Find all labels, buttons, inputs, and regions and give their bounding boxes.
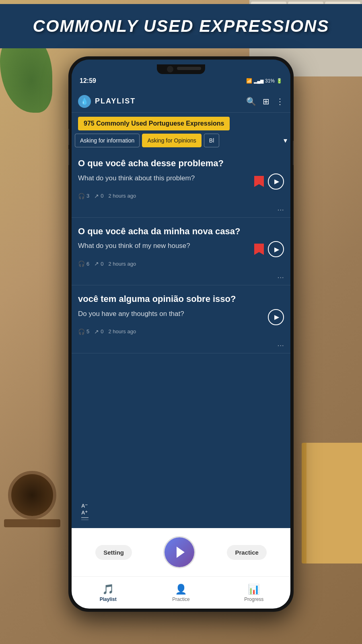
notebook-decoration (302, 443, 362, 564)
coffee-decoration (0, 471, 64, 543)
share-icon: ↗ (94, 193, 99, 199)
card-item: O que você acha desse problema? What do … (72, 151, 290, 218)
font-divider (81, 517, 88, 518)
progress-nav-label: Progress (244, 597, 263, 602)
bookmark-icon[interactable] (254, 244, 264, 255)
play-button[interactable]: ▶ (268, 309, 284, 325)
volume-button-2 (68, 149, 69, 165)
app-logo: 💧 (78, 95, 91, 108)
practice-button[interactable]: Practice (227, 545, 266, 560)
card-timestamp: 2 hours ago (108, 261, 136, 267)
phone-camera (167, 66, 173, 72)
center-play-button[interactable] (163, 536, 195, 568)
tabs-dropdown[interactable]: ▾ (284, 136, 287, 145)
phone-screen: 12:59 📶 ▂▄▆ 31% 🔋 💧 PLAYLIST 🔍 ⊞ ⋮ (72, 60, 290, 609)
play-icon: ▶ (274, 313, 279, 321)
tab-asking-opinions[interactable]: Asking for Opinions (142, 134, 201, 147)
font-divider-2 (81, 520, 88, 520)
card-meta: 🎧 3 ↗ 0 2 hours ago (78, 193, 284, 203)
category-tabs: Asking for information Asking for Opinio… (72, 134, 290, 151)
header-banner-text: COMMONLY USED EXPRESSIONS (33, 17, 329, 36)
play-triangle-icon (177, 547, 185, 558)
playlist-tag-area: 975 Commonly Used Portuguese Expressions (72, 113, 290, 134)
card-portuguese-text: O que você acha da minha nova casa? (78, 226, 284, 237)
wifi-icon: 📶 (246, 78, 252, 84)
top-nav: 💧 PLAYLIST 🔍 ⊞ ⋮ (72, 90, 290, 113)
font-decrease-button[interactable]: A⁻ (81, 503, 88, 509)
card-english-row: Do you have any thoughts on that? ▶ (78, 309, 284, 325)
font-increase-button[interactable]: A⁺ (81, 510, 88, 516)
signal-icon: ▂▄▆ (254, 78, 263, 84)
card-item: O que você acha da minha nova casa? What… (72, 219, 290, 286)
phone-device: 12:59 📶 ▂▄▆ 31% 🔋 💧 PLAYLIST 🔍 ⊞ ⋮ (68, 56, 294, 612)
search-icon[interactable]: 🔍 (246, 97, 256, 106)
nav-tab-progress[interactable]: 📊 Progress (218, 584, 290, 602)
playlist-nav-icon: 🎵 (102, 584, 114, 595)
nav-tab-practice[interactable]: 👤 Practice (144, 584, 217, 602)
playlist-nav-label: Playlist (100, 597, 117, 602)
status-time: 12:59 (80, 77, 96, 85)
share-icon: ↗ (94, 260, 99, 267)
bottom-nav: 🎵 Playlist 👤 Practice 📊 Progress (72, 576, 290, 609)
status-icons: 📶 ▂▄▆ 31% 🔋 (246, 78, 282, 84)
card-actions: ▶ (254, 309, 284, 325)
play-icon: ▶ (274, 178, 279, 185)
practice-nav-label: Practice (172, 597, 189, 602)
headphone-icon: 🎧 (78, 328, 85, 335)
battery-indicator: 31% (265, 78, 275, 84)
phone-speaker (177, 67, 201, 70)
setting-button[interactable]: Setting (95, 545, 132, 560)
card-more-button[interactable]: ··· (78, 339, 284, 353)
card-actions: ▶ (254, 173, 284, 190)
tab-bl[interactable]: Bl (204, 134, 219, 147)
more-icon[interactable]: ⋮ (276, 97, 284, 106)
card-meta: 🎧 6 ↗ 0 2 hours ago (78, 260, 284, 271)
phone-content: 12:59 📶 ▂▄▆ 31% 🔋 💧 PLAYLIST 🔍 ⊞ ⋮ (72, 60, 290, 609)
volume-button (68, 129, 69, 145)
card-english-text: What do you think about this problem? (78, 173, 254, 183)
cards-area: O que você acha desse problema? What do … (72, 151, 290, 528)
card-meta: 🎧 5 ↗ 0 2 hours ago (78, 328, 284, 339)
card-item: você tem alguma opinião sobre isso? Do y… (72, 287, 290, 353)
card-english-row: What do you think about this problem? ▶ (78, 173, 284, 190)
expand-icon[interactable]: ⊞ (263, 97, 269, 106)
card-actions: ▶ (254, 241, 284, 257)
headphone-icon: 🎧 (78, 260, 85, 267)
nav-title: PLAYLIST (95, 97, 246, 105)
card-english-text: What do you think of my new house? (78, 241, 254, 251)
card-listen-count: 🎧 6 (78, 260, 89, 267)
play-icon: ▶ (274, 246, 279, 253)
card-portuguese-text: você tem alguma opinião sobre isso? (78, 293, 284, 305)
card-listen-count: 🎧 3 (78, 193, 89, 199)
battery-icon: 🔋 (276, 78, 282, 84)
play-center-image (165, 537, 194, 567)
headphone-icon: 🎧 (78, 193, 85, 199)
card-english-text: Do you have any thoughts on that? (78, 309, 254, 319)
progress-nav-icon: 📊 (248, 584, 260, 595)
header-banner: COMMONLY USED EXPRESSIONS (0, 4, 362, 48)
card-more-button[interactable]: ··· (78, 271, 284, 285)
card-timestamp: 2 hours ago (108, 193, 136, 199)
card-listen-count: 🎧 5 (78, 328, 89, 335)
card-share-count: ↗ 0 (94, 193, 103, 199)
card-share-count: ↗ 0 (94, 328, 103, 335)
tab-asking-information[interactable]: Asking for information (75, 134, 140, 147)
card-timestamp: 2 hours ago (108, 328, 136, 334)
bottom-player: Setting Practice (72, 528, 290, 576)
play-button[interactable]: ▶ (268, 173, 284, 190)
bookmark-icon[interactable] (254, 176, 264, 187)
play-button[interactable]: ▶ (268, 241, 284, 257)
card-share-count: ↗ 0 (94, 260, 103, 267)
nav-tab-playlist[interactable]: 🎵 Playlist (72, 584, 144, 602)
power-button (293, 141, 294, 165)
nav-icons: 🔍 ⊞ ⋮ (246, 97, 284, 106)
card-portuguese-text: O que você acha desse problema? (78, 158, 284, 169)
font-controls: A⁻ A⁺ (81, 503, 88, 520)
practice-nav-icon: 👤 (175, 584, 187, 595)
card-english-row: What do you think of my new house? ▶ (78, 241, 284, 257)
card-more-button[interactable]: ··· (78, 203, 284, 217)
playlist-tag[interactable]: 975 Commonly Used Portuguese Expressions (78, 117, 230, 130)
share-icon: ↗ (94, 328, 99, 335)
